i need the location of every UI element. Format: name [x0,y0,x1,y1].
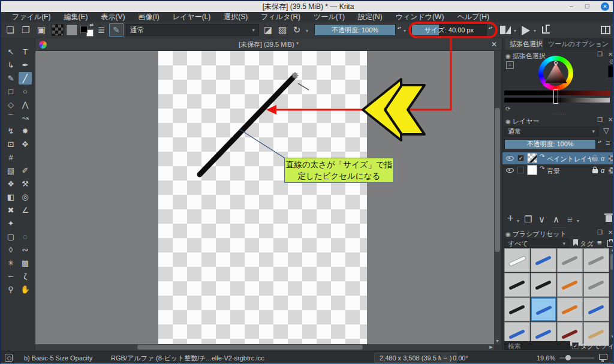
layer-visibility-icon[interactable] [506,168,514,173]
menu-item[interactable]: フィルタ(R) [255,12,306,22]
tool-button[interactable]: ⊡ [4,138,17,151]
brush-display-mode-icon[interactable]: ≡ [597,238,602,247]
dock-splitter[interactable]: ······· [538,112,580,117]
opacity-spinner[interactable]: ▴▾ [396,24,402,36]
close-button[interactable]: ✕ [601,2,609,11]
menu-item[interactable]: ウィンドウ(W) [390,12,450,22]
choose-brush-icon[interactable]: ≣ [95,23,108,37]
edit-brush-settings-icon[interactable]: ✎ [109,23,124,37]
float-docker-icon[interactable]: ❐ [597,229,603,236]
brush-preset[interactable] [531,273,556,297]
foreground-color-swatch[interactable] [80,26,88,33]
chevron-down-icon[interactable]: ▾ [577,218,579,224]
layer-thumbnail[interactable] [527,153,537,163]
float-docker-icon[interactable]: ❐ [597,51,603,58]
move-layer-up-button[interactable]: ∧ [553,213,559,225]
layer-thumbnail[interactable] [527,165,537,175]
swap-colors-icon[interactable]: ⇄ [89,22,94,28]
brush-preset[interactable] [531,248,556,272]
new-document-icon[interactable]: ❏ [4,23,17,37]
menu-item[interactable]: 画像(I) [132,12,165,22]
inherit-alpha-icon[interactable]: ↷ [540,153,544,160]
last-color-swatch[interactable] [608,65,614,77]
open-document-icon[interactable]: ❐ [19,23,32,37]
tool-button[interactable]: ◇ [4,98,17,111]
resize-grip-icon[interactable]: ⋰ [609,357,614,363]
brush-preset[interactable] [557,248,583,272]
minimize-button[interactable]: – [570,1,573,11]
add-layer-button[interactable]: + [507,212,514,224]
tool-button[interactable]: ◎ [19,191,32,203]
brush-preset[interactable] [504,248,530,272]
rotation-icon[interactable]: ↔ [441,353,450,362]
maximize-button[interactable]: □ [585,1,589,11]
tool-button[interactable]: ◌ [19,230,32,243]
tool-button[interactable]: ✎ [4,72,17,85]
chevron-down-icon[interactable]: ▾ [534,28,536,34]
zoom-slider[interactable] [559,357,594,359]
scroll-right-icon[interactable]: ▶ [488,344,494,350]
tool-button[interactable]: ⌒ [4,112,17,124]
brush-panel-header[interactable]: ◉ ブラシプリセット [505,229,567,239]
menu-item[interactable]: 設定(N) [352,12,389,22]
layer-name[interactable]: 背景 [547,167,560,176]
document-close-icon[interactable]: ✕ [491,38,497,51]
delete-layer-button[interactable] [606,215,612,222]
tool-button[interactable]: ⚲ [4,283,17,296]
tool-button[interactable]: ↝ [19,112,32,124]
inherit-alpha-icon[interactable]: ↷ [540,165,544,172]
tab-advanced-color-selector[interactable]: 拡張色選択 [505,38,547,50]
canvas-viewport[interactable] [35,51,494,344]
rotation-value[interactable]: 0.00° [453,351,468,364]
close-docker-icon[interactable]: ✕ [608,229,613,236]
foreground-background-colors[interactable]: ⇄ [80,23,94,37]
menu-item[interactable]: ファイル(F) [6,12,56,22]
brush-filter-select[interactable]: すべて ▾ [504,239,569,248]
tool-button[interactable] [19,217,32,230]
scroll-up-icon[interactable]: ▲ [610,248,614,252]
lock-icon[interactable] [592,169,598,173]
brush-preset[interactable] [557,297,583,321]
brush-preset[interactable] [583,248,609,272]
menu-item[interactable]: 編集(E) [58,12,94,22]
tool-button[interactable]: ✐ [19,164,32,177]
blending-mode-select[interactable]: 通常 ▾ [126,24,259,36]
brush-preset[interactable] [583,273,609,297]
tool-button[interactable]: ○ [19,85,32,98]
gradient-swatch[interactable] [52,24,64,36]
brush-preset[interactable] [583,297,609,321]
alpha-inherit-icon[interactable] [609,167,614,174]
tool-button[interactable]: ∠ [19,204,32,216]
layer-row-background[interactable]: ↷ 背景 α [502,164,614,176]
float-docker-icon[interactable]: ❐ [597,116,603,123]
tool-button[interactable]: ◊ [4,243,17,256]
menu-item[interactable]: 表示(V) [95,12,131,22]
tool-button[interactable]: ╱ [19,72,32,85]
layer-options-icon[interactable]: ≡ [606,139,610,148]
fullscreen-icon[interactable] [599,354,607,360]
horizontal-scrollbar[interactable]: ▶ [35,344,494,350]
tool-button[interactable]: ⚒ [19,178,32,190]
tool-button[interactable]: ↳ [4,59,17,71]
tool-button[interactable]: ⋀ [19,98,32,111]
preserve-alpha-icon[interactable]: ▨ [276,23,289,37]
layer-checkbox[interactable] [517,167,524,173]
reload-preset-icon[interactable]: ↻ [290,23,303,37]
vertical-scrollbar[interactable]: ▼ [494,51,501,344]
brush-preset[interactable] [531,297,556,321]
resource-bundle-icon[interactable] [607,240,614,247]
mirror-vertical-icon[interactable] [522,26,530,35]
layer-row-paint[interactable]: ✓ ↷ ペイントレイヤ... α [502,152,614,164]
tool-button[interactable]: ▩ [19,257,32,269]
chevron-down-icon[interactable]: ▾ [306,28,308,34]
lock-icon[interactable] [592,157,598,161]
tool-button[interactable]: ✸ [19,125,32,137]
tab-tool-options[interactable]: ツールのオプション [543,38,613,50]
mirror-horizontal-icon[interactable] [500,26,511,34]
tool-button[interactable]: # [4,151,17,164]
layer-checkbox[interactable]: ✓ [517,155,524,161]
scroll-down-icon[interactable]: ▼ [610,335,614,338]
chevron-down-icon[interactable]: ▾ [591,243,593,248]
tool-button[interactable]: ✖ [4,204,17,216]
brush-size-spinner[interactable]: ▴▾ [487,24,493,36]
